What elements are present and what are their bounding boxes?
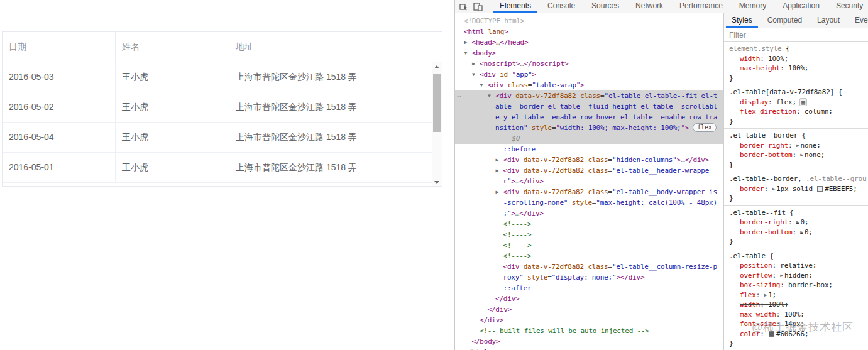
devtools-tab-sources[interactable]: Sources: [583, 0, 627, 13]
dom-tree-node[interactable]: -scrolling-none" style="max-height: calc…: [455, 197, 723, 208]
css-declaration[interactable]: border-bottom: ▶none;: [729, 150, 867, 160]
css-declaration[interactable]: overflow: ▶hidden;: [729, 271, 867, 281]
css-declaration[interactable]: width: 100%;: [729, 300, 867, 310]
css-declaration[interactable]: flex: ▶1;: [729, 290, 867, 300]
dom-tree-node[interactable]: ::before: [455, 144, 723, 155]
dom-tree-node[interactable]: able--border el-table--fluid-height el-t…: [455, 101, 723, 112]
dom-tree-node[interactable]: <!---->: [455, 229, 723, 240]
expand-arrow-icon[interactable]: ▶: [472, 58, 475, 69]
expand-arrow-icon[interactable]: ▶: [800, 152, 803, 158]
dom-tree-node[interactable]: ▼<div id="app">: [455, 69, 723, 80]
device-toolbar-icon[interactable]: [473, 2, 483, 11]
devtools-tab-memory[interactable]: Memory: [731, 0, 774, 13]
table-row[interactable]: 2016-05-02王小虎上海市普陀区金沙江路 1518 弄: [3, 92, 442, 123]
css-selector[interactable]: element.style {: [729, 44, 867, 54]
dom-tree-node[interactable]: </div>: [455, 293, 723, 304]
dom-tree-node[interactable]: </div>: [455, 315, 723, 325]
css-declaration[interactable]: width: 100%;: [729, 54, 867, 64]
css-declaration[interactable]: flex-direction: column;: [729, 107, 867, 117]
expand-arrow-icon[interactable]: ▶: [796, 219, 799, 225]
scrollbar-thumb[interactable]: [433, 74, 441, 132]
dom-tree-node[interactable]: r">…</div>: [455, 176, 723, 187]
expand-arrow-icon[interactable]: ▶: [800, 229, 803, 235]
css-declaration[interactable]: display: flex;▦: [729, 97, 867, 107]
devtools-tab-network[interactable]: Network: [627, 0, 671, 13]
dom-tree-node[interactable]: </html>: [455, 347, 723, 350]
css-declaration[interactable]: box-sizing: border-box;: [729, 280, 867, 290]
dom-tree-node[interactable]: ▶<div data-v-72df8a82 class="hidden-colu…: [455, 155, 723, 165]
scroll-up-icon[interactable]: [432, 63, 442, 71]
dom-tree-node[interactable]: ▶<head>…</head>: [455, 37, 723, 48]
devtools-tab-console[interactable]: Console: [539, 0, 583, 13]
css-selector[interactable]: .el-table--border {: [729, 131, 867, 141]
expand-arrow-icon[interactable]: ▶: [772, 186, 775, 192]
expand-arrow-icon[interactable]: ▼: [480, 80, 483, 90]
dom-tree-node[interactable]: ▶<div data-v-72df8a82 class="el-table__h…: [455, 165, 723, 176]
expand-arrow-icon[interactable]: ▶: [764, 292, 767, 298]
css-declaration[interactable]: position: relative;: [729, 261, 867, 271]
expand-arrow-icon[interactable]: ▼: [464, 48, 468, 58]
dom-tree-node[interactable]: </body>: [455, 336, 723, 347]
css-selector[interactable]: .el-table--border, .el-table--group: [729, 174, 867, 184]
dom-tree-node[interactable]: </div>: [455, 304, 723, 315]
dom-tree-node[interactable]: ⋯▼<div data-v-72df8a82 class="el-table e…: [455, 90, 723, 101]
dom-tree-node[interactable]: roxy" style="display: none;"></div>: [455, 272, 723, 283]
css-declaration[interactable]: border-right: ▶0;: [729, 217, 867, 227]
color-swatch[interactable]: [817, 186, 823, 192]
dom-tree-node[interactable]: ::after: [455, 283, 723, 293]
dom-tree-node[interactable]: <!---->: [455, 251, 723, 261]
expand-arrow-icon[interactable]: ▶: [496, 165, 499, 176]
expand-arrow-icon[interactable]: ▶: [496, 155, 499, 165]
dom-tree-node[interactable]: ▼<body>: [455, 48, 723, 58]
expand-arrow-icon[interactable]: ▶: [464, 37, 468, 48]
css-declaration[interactable]: max-width: 100%;: [729, 310, 867, 320]
dom-tree-node[interactable]: e-y el-table--enable-row-hover el-table-…: [455, 112, 723, 123]
devtools-tab-elements[interactable]: Elements: [492, 0, 539, 13]
sidebar-tab-computed[interactable]: Computed: [760, 13, 810, 28]
css-declaration[interactable]: color: #606266;: [729, 329, 867, 339]
dom-tree-node[interactable]: <html lang>: [455, 26, 723, 37]
scroll-down-icon[interactable]: [432, 178, 442, 187]
dom-tree-node[interactable]: ▶<div data-v-72df8a82 class="el-table__b…: [455, 187, 723, 197]
expand-arrow-icon[interactable]: ▶: [780, 273, 783, 278]
table-row[interactable]: 2016-05-04王小虎上海市普陀区金沙江路 1518 弄: [3, 123, 442, 153]
sidebar-tab-event-listeners[interactable]: Event Listeners: [847, 13, 868, 28]
expand-arrow-icon[interactable]: ▼: [472, 69, 475, 80]
table-row[interactable]: 2016-05-01王小虎上海市普陀区金沙江路 1518 弄: [3, 153, 442, 183]
css-selector[interactable]: .el-table {: [729, 251, 867, 261]
sidebar-tab-styles[interactable]: Styles: [724, 13, 760, 28]
css-declaration[interactable]: max-height: 100%;: [729, 63, 867, 74]
css-selector[interactable]: .el-table--fit {: [729, 208, 867, 218]
node-menu-dots[interactable]: ⋯: [457, 90, 462, 101]
expand-arrow-icon[interactable]: ▶: [796, 143, 799, 148]
dom-tree-node[interactable]: ▼<div class="table-wrap">: [455, 80, 723, 90]
inspect-icon[interactable]: [459, 2, 469, 11]
devtools-tab-application[interactable]: Application: [774, 0, 828, 13]
dom-tree-node[interactable]: <!---->: [455, 240, 723, 251]
dom-tree-node[interactable]: ▶<noscript>…</noscript>: [455, 58, 723, 69]
dom-tree-node[interactable]: <div data-v-72df8a82 class="el-table__co…: [455, 261, 723, 272]
grid-icon[interactable]: ▦: [799, 98, 807, 106]
devtools-tab-performance[interactable]: Performance: [671, 0, 731, 13]
dom-tree-node[interactable]: ;">…</div>: [455, 208, 723, 219]
expand-arrow-icon[interactable]: ▼: [488, 90, 491, 101]
devtools-tab-security[interactable]: Security: [828, 0, 868, 13]
styles-filter-input[interactable]: [724, 31, 868, 40]
table-scrollbar[interactable]: [432, 62, 442, 187]
dom-tree-node[interactable]: <!---->: [455, 219, 723, 229]
css-declaration[interactable]: border: ▶1px solid #EBEEF5;: [729, 184, 867, 194]
css-selector[interactable]: .el-table[data-v-72df8a82] {: [729, 87, 867, 97]
dom-tree-node[interactable]: == $0: [455, 133, 723, 144]
css-declaration[interactable]: border-right: ▶none;: [729, 141, 867, 151]
dom-tree-node[interactable]: nsition" style="width: 100%; max-height:…: [455, 123, 723, 133]
css-declaration[interactable]: border-bottom: ▶0;: [729, 227, 867, 238]
flex-badge[interactable]: flex: [693, 123, 716, 132]
dom-tree-node[interactable]: <!DOCTYPE html>: [455, 16, 723, 26]
sidebar-tab-layout[interactable]: Layout: [810, 13, 847, 28]
dom-tree-node[interactable]: <!-- built files will be auto injected -…: [455, 325, 723, 336]
table-row[interactable]: 2016-05-03王小虎上海市普陀区金沙江路 1518 弄: [3, 62, 442, 92]
expand-arrow-icon[interactable]: ▶: [496, 187, 499, 197]
color-swatch[interactable]: [769, 331, 774, 337]
css-declaration[interactable]: font-size: 14px;: [729, 319, 867, 329]
code-token: </div>: [519, 209, 544, 217]
